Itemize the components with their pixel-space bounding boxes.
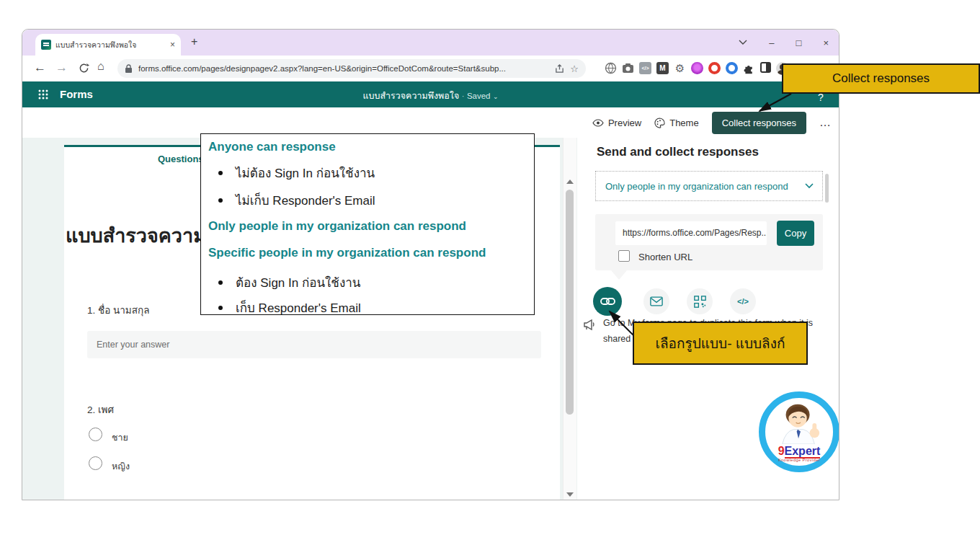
- qr-code-icon: [694, 296, 706, 308]
- palette-icon: [654, 118, 665, 128]
- lock-icon: [125, 64, 133, 74]
- radio-label-male: ชาย: [112, 430, 128, 445]
- bubble-tail: [611, 270, 627, 280]
- infobox-heading-org: Only people in my organization can respo…: [208, 219, 466, 234]
- panel-scrollbar-thumb[interactable]: [825, 174, 829, 203]
- side-panel-icon[interactable]: [760, 62, 771, 73]
- audience-value: Only people in my organization can respo…: [596, 181, 805, 192]
- cartoon-presenter-image: [771, 399, 827, 444]
- more-options-button[interactable]: …: [819, 116, 832, 129]
- url-text: forms.office.com/pages/designpagev2.aspx…: [138, 64, 549, 73]
- browser-tabstrip: แบบสำรวจความพึงพอใจ × + – □ ×: [22, 30, 839, 56]
- share-email-tab[interactable]: [643, 288, 669, 314]
- globe-extension-icon[interactable]: [605, 62, 617, 74]
- shorten-url-label: Shorten URL: [638, 252, 692, 262]
- bullet-icon: [218, 306, 223, 310]
- megaphone-icon: [583, 318, 597, 331]
- new-tab-button[interactable]: +: [191, 35, 197, 48]
- share-qr-tab[interactable]: [687, 288, 713, 314]
- window-close-icon[interactable]: ×: [823, 37, 829, 48]
- extensions-puzzle-icon[interactable]: [743, 62, 755, 74]
- callout-collect-responses: Collect responses: [782, 63, 980, 94]
- red-ring-extension-icon[interactable]: [708, 62, 721, 74]
- reload-icon[interactable]: [79, 63, 89, 74]
- infobox-bullet-3: ต้อง Sign In ก่อนใช้งาน: [236, 273, 360, 292]
- radio-option-female[interactable]: [89, 456, 102, 470]
- share-link-field[interactable]: https://forms.office.com/Pages/Resp...: [615, 221, 767, 245]
- logo-tagline: Knowledge Provider: [765, 458, 833, 462]
- scrollbar-down-icon[interactable]: [566, 492, 574, 497]
- tab-close-icon[interactable]: ×: [170, 40, 175, 50]
- doc-title: แบบสำรวจความพึงพอใจ: [362, 91, 459, 101]
- infobox-heading-specific: Specific people in my organization can r…: [208, 246, 486, 260]
- radio-option-male[interactable]: [89, 428, 102, 441]
- embed-code-icon: </>: [737, 297, 749, 306]
- forms-favicon-icon: [41, 40, 51, 50]
- shorten-url-checkbox[interactable]: [618, 250, 630, 262]
- question-1-input[interactable]: Enter your answer: [87, 331, 541, 358]
- window-menu-chevron-icon[interactable]: [739, 40, 747, 45]
- logo-wordmark: 9Expert: [765, 446, 833, 457]
- panel-heading: Send and collect responses: [597, 145, 759, 159]
- nine-expert-logo: 9Expert Knowledge Provider: [759, 391, 839, 472]
- scrollbar-thumb[interactable]: [566, 190, 574, 415]
- annotation-infobox: Anyone can response ไม่ต้อง Sign In ก่อน…: [200, 133, 535, 315]
- m-extension-icon[interactable]: M: [656, 62, 669, 74]
- gear-extension-icon[interactable]: ⚙: [674, 62, 686, 74]
- bullet-icon: [218, 280, 223, 285]
- bullet-icon: [218, 171, 223, 175]
- bookmark-star-icon[interactable]: ☆: [570, 63, 579, 74]
- saved-status: Saved: [467, 92, 491, 100]
- question-1-label: 1. ชื่อ นามสกุล: [87, 302, 149, 318]
- screenshot-canvas: แบบสำรวจความพึงพอใจ × + – □ × ← → ⌂ form…: [0, 0, 980, 540]
- saved-chevron-icon[interactable]: ⌄: [493, 93, 499, 100]
- forms-app-header: Forms แบบสำรวจความพึงพอใจ · Saved ⌄ ?: [22, 81, 839, 107]
- radio-label-female: หญิง: [112, 459, 130, 474]
- code-extension-icon[interactable]: </>: [639, 62, 651, 74]
- link-icon: [600, 294, 615, 309]
- theme-button[interactable]: Theme: [654, 118, 698, 128]
- doc-title-bar: แบบสำรวจความพึงพอใจ · Saved ⌄: [22, 89, 839, 103]
- infobox-heading-anyone: Anyone can response: [208, 140, 336, 154]
- home-icon[interactable]: ⌂: [97, 60, 104, 73]
- window-minimize-icon[interactable]: –: [769, 37, 774, 48]
- share-icon[interactable]: [555, 64, 564, 74]
- send-collect-panel: Send and collect responses Only people i…: [577, 138, 839, 500]
- tab-title: แบบสำรวจความพึงพอใจ: [55, 39, 166, 51]
- infobox-bullet-4: เก็บ Responder's Email: [236, 298, 361, 317]
- eye-icon: [592, 119, 604, 127]
- envelope-icon: [650, 296, 663, 306]
- address-bar[interactable]: forms.office.com/pages/designpagev2.aspx…: [117, 59, 586, 78]
- share-link-bubble: https://forms.office.com/Pages/Resp... C…: [595, 214, 823, 270]
- forward-icon[interactable]: →: [55, 61, 68, 75]
- question-2-label: 2. เพศ: [87, 402, 114, 417]
- back-icon[interactable]: ←: [34, 61, 46, 75]
- bullet-icon: [218, 198, 223, 203]
- scrollbar-up-icon[interactable]: [566, 180, 574, 184]
- share-embed-tab[interactable]: </>: [730, 288, 756, 314]
- purple-extension-icon[interactable]: [691, 62, 703, 74]
- preview-button[interactable]: Preview: [592, 118, 641, 128]
- browser-toolbar: ← → ⌂ forms.office.com/pages/designpagev…: [22, 56, 839, 82]
- share-link-tab[interactable]: [593, 287, 622, 316]
- collect-responses-button[interactable]: Collect responses: [712, 112, 806, 134]
- chevron-down-icon: [805, 183, 814, 189]
- tab-questions[interactable]: Questions: [158, 154, 204, 164]
- content-scrollbar[interactable]: [563, 138, 576, 500]
- audience-dropdown[interactable]: Only people in my organization can respo…: [595, 171, 823, 201]
- window-maximize-icon[interactable]: □: [796, 37, 802, 48]
- copy-button[interactable]: Copy: [777, 221, 814, 246]
- infobox-bullet-1: ไม่ต้อง Sign In ก่อนใช้งาน: [236, 163, 375, 182]
- infobox-bullet-2: ไม่เก็บ Responder's Email: [236, 190, 375, 210]
- camera-extension-icon[interactable]: [622, 62, 634, 74]
- title-separator: ·: [462, 92, 465, 100]
- callout-link-style: เลือกรูปแบบ- แบบลิงก์: [633, 322, 808, 365]
- browser-tab[interactable]: แบบสำรวจความพึงพอใจ ×: [35, 34, 181, 56]
- blue-ring-extension-icon[interactable]: [726, 62, 738, 74]
